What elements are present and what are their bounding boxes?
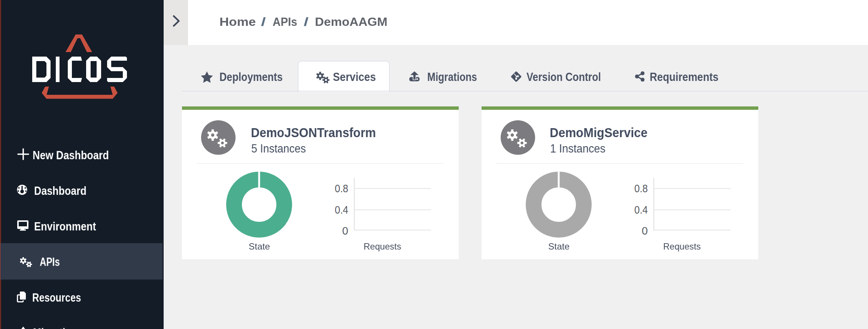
- svg-text:0: 0: [342, 225, 348, 237]
- svg-text:0.8: 0.8: [634, 182, 648, 194]
- svg-text:0: 0: [642, 225, 648, 237]
- svg-text:0.4: 0.4: [634, 204, 648, 216]
- svg-text:0.4: 0.4: [335, 204, 348, 216]
- svg-text:0.8: 0.8: [335, 182, 348, 194]
